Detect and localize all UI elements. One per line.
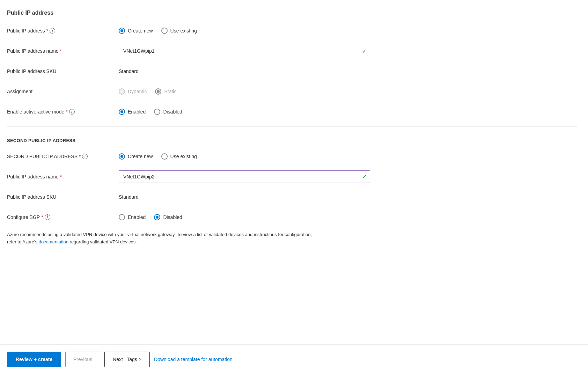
second-use-existing-label: Use existing bbox=[170, 154, 197, 159]
next-button[interactable]: Next : Tags > bbox=[104, 352, 150, 367]
aa-disabled-radio[interactable] bbox=[154, 109, 160, 115]
second-ip-sku-value: Standard bbox=[119, 194, 139, 200]
active-active-radio-group: Enabled Disabled bbox=[119, 109, 182, 115]
second-use-existing-radio[interactable] bbox=[161, 153, 168, 160]
form-row-ip-name: Public IP address name * ✓ bbox=[7, 45, 577, 57]
ip-name-input[interactable] bbox=[119, 45, 370, 57]
bgp-radio-group: Enabled Disabled bbox=[119, 214, 182, 220]
bgp-required: * bbox=[41, 214, 43, 220]
second-ip-create-new[interactable]: Create new bbox=[119, 153, 153, 160]
ip-name-required: * bbox=[60, 48, 62, 54]
ip-sku-control: Standard bbox=[119, 68, 377, 74]
aa-enabled-radio[interactable] bbox=[119, 109, 125, 115]
bgp-disabled-radio[interactable] bbox=[154, 214, 160, 220]
dynamic-radio[interactable] bbox=[119, 88, 125, 95]
ip-name-control: ✓ bbox=[119, 45, 377, 57]
static-label: Static bbox=[164, 89, 176, 94]
section-divider bbox=[7, 126, 577, 127]
bgp-enabled[interactable]: Enabled bbox=[119, 214, 146, 220]
required-star: * bbox=[46, 28, 48, 34]
second-ip-name-check-icon: ✓ bbox=[362, 174, 367, 180]
bgp-control: Enabled Disabled bbox=[119, 214, 377, 220]
second-ip-name-label: Public IP address name * bbox=[7, 174, 119, 179]
second-ip-radio-group: Create new Use existing bbox=[119, 153, 197, 160]
second-ip-sku-control: Standard bbox=[119, 194, 377, 200]
bgp-disabled-label: Disabled bbox=[163, 214, 182, 220]
bgp-enabled-label: Enabled bbox=[128, 214, 146, 220]
active-active-info-icon[interactable]: i bbox=[69, 109, 75, 115]
second-ip-info-icon[interactable]: i bbox=[82, 154, 88, 159]
static-radio[interactable] bbox=[155, 88, 161, 95]
assignment-dynamic[interactable]: Dynamic bbox=[119, 88, 147, 95]
second-ip-control: Create new Use existing bbox=[119, 153, 377, 160]
second-ip-use-existing[interactable]: Use existing bbox=[161, 153, 197, 160]
active-active-control: Enabled Disabled bbox=[119, 109, 377, 115]
form-row-active-active: Enable active-active mode * i Enabled Di… bbox=[7, 105, 577, 118]
active-active-enabled[interactable]: Enabled bbox=[119, 109, 146, 115]
bgp-enabled-radio[interactable] bbox=[119, 214, 125, 220]
second-ip-name-control: ✓ bbox=[119, 170, 377, 183]
bgp-disabled[interactable]: Disabled bbox=[154, 214, 182, 220]
second-ip-name-required: * bbox=[60, 174, 62, 179]
section1-title: Public IP address bbox=[7, 10, 577, 16]
assignment-radio-group: Dynamic Static bbox=[119, 88, 176, 95]
footer: Review + create Previous Next : Tags > D… bbox=[0, 344, 588, 374]
ip-name-input-wrapper: ✓ bbox=[119, 45, 370, 57]
form-row-second-ip-sku: Public IP address SKU Standard bbox=[7, 191, 577, 203]
second-create-new-radio[interactable] bbox=[119, 153, 125, 160]
assignment-label: Assignment bbox=[7, 89, 119, 94]
aa-enabled-label: Enabled bbox=[128, 109, 146, 115]
second-ip-label: SECOND PUBLIC IP ADDRESS * i bbox=[7, 154, 119, 159]
form-row-bgp: Configure BGP * i Enabled Disabled bbox=[7, 211, 577, 223]
info-paragraph: Azure recommends using a validated VPN d… bbox=[7, 231, 321, 246]
second-ip-required: * bbox=[79, 154, 81, 159]
form-row-ip-sku: Public IP address SKU Standard bbox=[7, 65, 577, 78]
active-active-required: * bbox=[66, 109, 67, 115]
active-active-disabled[interactable]: Disabled bbox=[154, 109, 182, 115]
ip-name-check-icon: ✓ bbox=[362, 48, 367, 54]
ip-sku-value: Standard bbox=[119, 68, 139, 74]
previous-button[interactable]: Previous bbox=[65, 352, 100, 367]
second-ip-sku-label: Public IP address SKU bbox=[7, 194, 119, 200]
second-create-new-label: Create new bbox=[128, 154, 153, 159]
form-row-public-ip: Public IP address * i Create new Use exi… bbox=[7, 24, 577, 37]
review-create-button[interactable]: Review + create bbox=[7, 352, 61, 367]
download-template-link[interactable]: Download a template for automation bbox=[154, 357, 233, 362]
bgp-info-icon[interactable]: i bbox=[45, 214, 50, 220]
public-ip-label: Public IP address * i bbox=[7, 28, 119, 34]
form-row-second-ip-name: Public IP address name * ✓ bbox=[7, 170, 577, 183]
form-row-assignment: Assignment Dynamic Static bbox=[7, 85, 577, 98]
use-existing-radio[interactable] bbox=[161, 28, 168, 34]
public-ip-radio-group: Create new Use existing bbox=[119, 28, 197, 34]
aa-disabled-label: Disabled bbox=[163, 109, 182, 115]
form-row-second-ip: SECOND PUBLIC IP ADDRESS * i Create new … bbox=[7, 150, 577, 163]
public-ip-info-icon[interactable]: i bbox=[50, 28, 55, 34]
assignment-static[interactable]: Static bbox=[155, 88, 176, 95]
ip-sku-label: Public IP address SKU bbox=[7, 68, 119, 74]
main-content: Public IP address Public IP address * i … bbox=[0, 0, 588, 344]
create-new-radio[interactable] bbox=[119, 28, 125, 34]
create-new-label: Create new bbox=[128, 28, 153, 34]
public-ip-create-new[interactable]: Create new bbox=[119, 28, 153, 34]
public-ip-control: Create new Use existing bbox=[119, 28, 377, 34]
second-ip-name-input[interactable] bbox=[119, 170, 370, 183]
assignment-control: Dynamic Static bbox=[119, 88, 377, 95]
use-existing-label: Use existing bbox=[170, 28, 197, 34]
public-ip-use-existing[interactable]: Use existing bbox=[161, 28, 197, 34]
bgp-label: Configure BGP * i bbox=[7, 214, 119, 220]
documentation-link[interactable]: documentation bbox=[39, 239, 68, 244]
second-ip-name-wrapper: ✓ bbox=[119, 170, 370, 183]
active-active-label: Enable active-active mode * i bbox=[7, 109, 119, 115]
dynamic-label: Dynamic bbox=[128, 89, 147, 94]
ip-name-label: Public IP address name * bbox=[7, 48, 119, 54]
section2-title: SECOND PUBLIC IP ADDRESS bbox=[7, 138, 577, 143]
